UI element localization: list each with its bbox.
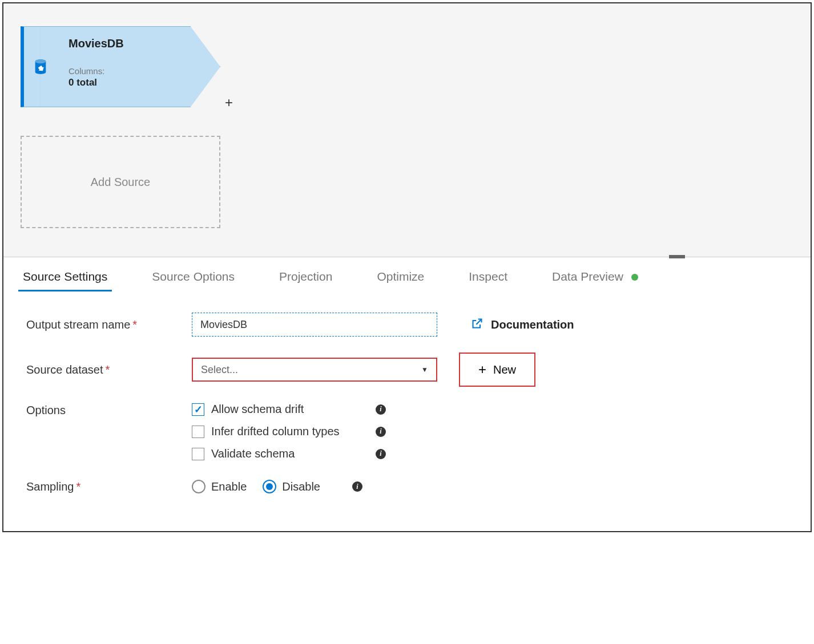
info-icon[interactable]: i — [376, 449, 386, 459]
validate-schema-label: Validate schema — [211, 447, 369, 460]
tab-inspect[interactable]: Inspect — [466, 263, 510, 290]
validate-schema-checkbox[interactable] — [192, 448, 204, 460]
sampling-enable-option[interactable]: Enable — [192, 480, 247, 493]
source-columns-label: Columns: — [68, 66, 208, 76]
new-dataset-button[interactable]: + New — [459, 353, 535, 387]
checkmark-icon: ✓ — [194, 403, 203, 416]
required-asterisk: * — [106, 363, 110, 376]
svg-point-0 — [35, 59, 46, 63]
sampling-disable-option[interactable]: Disable — [263, 480, 320, 493]
sampling-enable-radio[interactable] — [192, 480, 205, 493]
documentation-link[interactable]: Documentation — [472, 318, 574, 332]
add-source-button[interactable]: Add Source — [21, 136, 220, 228]
source-node-body: MoviesDB Columns: 0 total — [21, 26, 220, 107]
allow-schema-drift-row: ✓ Allow schema drift i — [192, 403, 386, 416]
output-stream-input[interactable] — [192, 313, 437, 337]
sampling-label: Sampling* — [26, 480, 192, 493]
info-icon[interactable]: i — [376, 404, 386, 415]
panel-drag-handle[interactable] — [669, 255, 685, 258]
source-dataset-row: Source dataset* Select... ▼ + New — [26, 353, 788, 387]
tab-source-settings[interactable]: Source Settings — [21, 263, 110, 290]
plus-icon: + — [478, 362, 486, 378]
sampling-row: Sampling* Enable Disable i — [26, 480, 788, 493]
source-icon-panel — [24, 27, 57, 107]
tab-projection[interactable]: Projection — [277, 263, 335, 290]
settings-panel: Source Settings Source Options Projectio… — [3, 257, 811, 531]
source-columns-total: 0 total — [68, 77, 208, 88]
tab-source-options[interactable]: Source Options — [150, 263, 237, 290]
sampling-enable-label: Enable — [211, 480, 247, 493]
source-dataset-select[interactable]: Select... ▼ — [192, 358, 437, 382]
add-source-label: Add Source — [91, 176, 151, 189]
required-asterisk: * — [132, 318, 137, 331]
output-stream-label: Output stream name* — [26, 318, 192, 331]
infer-drifted-checkbox[interactable] — [192, 426, 204, 438]
documentation-label: Documentation — [491, 318, 574, 331]
database-icon — [33, 59, 49, 75]
validate-schema-row: Validate schema i — [192, 447, 386, 460]
select-placeholder: Select... — [201, 364, 238, 376]
options-label: Options — [26, 403, 192, 417]
sampling-radio-group: Enable Disable i — [192, 480, 362, 493]
chevron-down-icon: ▼ — [421, 366, 428, 374]
form-area: Output stream name* Documentation — [3, 291, 811, 531]
infer-drifted-label: Infer drifted column types — [211, 425, 369, 438]
options-column: ✓ Allow schema drift i Infer drifted col… — [192, 403, 386, 469]
external-link-icon — [472, 318, 483, 332]
source-node[interactable]: MoviesDB Columns: 0 total + — [21, 26, 220, 107]
source-dataset-label: Source dataset* — [26, 363, 192, 376]
source-title: MoviesDB — [68, 37, 208, 50]
source-content: MoviesDB Columns: 0 total — [57, 27, 220, 107]
allow-schema-drift-label: Allow schema drift — [211, 403, 369, 416]
infer-drifted-row: Infer drifted column types i — [192, 425, 386, 438]
tab-data-preview-label: Data Preview — [552, 270, 623, 283]
sampling-disable-label: Disable — [282, 480, 320, 493]
sampling-disable-radio[interactable] — [263, 480, 276, 493]
tab-data-preview[interactable]: Data Preview — [550, 263, 640, 290]
app-container: MoviesDB Columns: 0 total + Add Source S… — [2, 2, 812, 532]
info-icon[interactable]: i — [376, 427, 386, 437]
dataflow-canvas[interactable]: MoviesDB Columns: 0 total + Add Source — [3, 3, 811, 257]
tab-optimize[interactable]: Optimize — [374, 263, 426, 290]
add-step-icon[interactable]: + — [225, 95, 233, 111]
output-stream-row: Output stream name* Documentation — [26, 313, 788, 337]
allow-schema-drift-checkbox[interactable]: ✓ — [192, 403, 204, 416]
required-asterisk: * — [76, 480, 80, 493]
new-button-label: New — [493, 363, 516, 376]
status-dot-icon — [631, 274, 638, 281]
tabs-bar: Source Settings Source Options Projectio… — [3, 257, 811, 291]
options-row: Options ✓ Allow schema drift i Infer dri… — [26, 403, 788, 469]
info-icon[interactable]: i — [352, 481, 362, 492]
